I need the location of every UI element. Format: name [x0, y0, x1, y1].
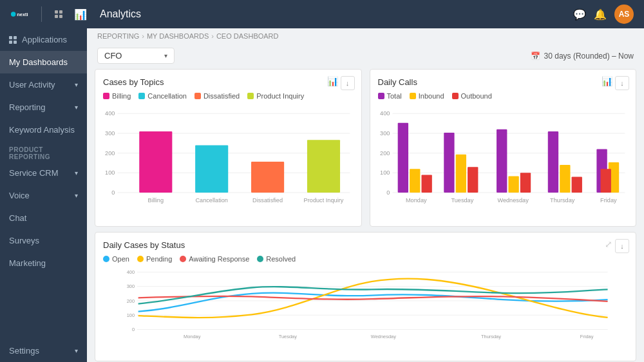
- breadcrumb-reporting[interactable]: REPORTING: [97, 32, 139, 40]
- svg-text:Friday: Friday: [580, 334, 594, 339]
- legend-awaiting: Awaiting Response: [180, 255, 249, 263]
- sidebar-item-label: My Dashboards: [9, 57, 68, 67]
- svg-text:Thursday: Thursday: [481, 334, 501, 339]
- svg-text:Billing: Billing: [148, 197, 164, 204]
- svg-rect-34: [455, 155, 466, 193]
- message-icon[interactable]: 💬: [573, 8, 586, 21]
- breadcrumb-my-dashboards[interactable]: MY DASHBOARDS: [147, 32, 209, 40]
- expand-icon: ⤢: [605, 239, 612, 249]
- svg-rect-31: [410, 169, 420, 193]
- download-button[interactable]: ↓: [341, 76, 355, 90]
- svg-text:400: 400: [105, 110, 115, 117]
- svg-text:300: 300: [127, 283, 135, 289]
- daily-cases-card: Daily Cases by Status ⤢ ↓ Open Pending: [95, 232, 636, 361]
- download-button[interactable]: ↓: [615, 76, 629, 90]
- svg-text:Cancellation: Cancellation: [195, 197, 228, 204]
- legend-outbound: Outbound: [452, 92, 492, 100]
- sidebar-apps[interactable]: Applications: [0, 28, 87, 51]
- svg-rect-13: [195, 145, 228, 193]
- svg-text:200: 200: [127, 298, 135, 304]
- svg-text:0: 0: [386, 189, 390, 196]
- logo[interactable]: nextiva: [10, 8, 28, 20]
- sidebar-item-label: Keyword Analysis: [9, 125, 75, 135]
- svg-rect-40: [560, 165, 570, 193]
- legend-label: Total: [387, 92, 402, 100]
- chart-legend: Billing Cancellation Dissatisfied P: [103, 92, 354, 100]
- legend-label: Outbound: [461, 92, 492, 100]
- legend-pending: Pending: [137, 255, 172, 263]
- main-content: REPORTING › MY DASHBOARDS › CEO DASHBOAR…: [87, 28, 644, 362]
- sidebar-item-marketing[interactable]: Marketing: [0, 252, 87, 274]
- svg-rect-33: [444, 133, 454, 193]
- svg-text:Wednesday: Wednesday: [371, 334, 396, 339]
- apps-grid[interactable]: [55, 10, 62, 18]
- legend-label: Product Inquiry: [256, 92, 304, 100]
- sidebar-item-reporting[interactable]: Reporting ▾: [0, 96, 87, 119]
- legend-product-inquiry: Product Inquiry: [247, 92, 304, 100]
- bar-chart-svg: 400 300 200 100 0: [103, 104, 354, 216]
- svg-text:0: 0: [132, 327, 135, 332]
- sidebar-item-my-dashboards[interactable]: My Dashboards: [0, 51, 87, 73]
- page-title: Analytics: [100, 8, 141, 20]
- sidebar-item-service-crm[interactable]: Service CRM ▾: [0, 162, 87, 184]
- svg-rect-35: [468, 167, 478, 193]
- sidebar-item-voice[interactable]: Voice ▾: [0, 184, 87, 207]
- view-selector[interactable]: CFO ▾: [97, 48, 175, 64]
- selected-view: CFO: [104, 51, 159, 61]
- svg-text:Monday: Monday: [405, 197, 426, 204]
- line-chart-svg: 400 300 200 100 0: [103, 267, 628, 350]
- chevron-icon: ▾: [75, 81, 78, 88]
- legend-cancellation: Cancellation: [138, 92, 187, 100]
- legend-color: [103, 93, 109, 99]
- date-range: 📅 30 days (Rounded) – Now: [531, 52, 634, 61]
- legend-label: Awaiting Response: [189, 255, 249, 263]
- legend-total: Total: [378, 92, 402, 100]
- sidebar-item-settings[interactable]: Settings ▾: [0, 339, 87, 362]
- svg-text:200: 200: [105, 150, 115, 157]
- legend-color: [410, 93, 416, 99]
- download-button[interactable]: ↓: [615, 239, 629, 253]
- legend-dissatisfied: Dissatisfied: [194, 92, 240, 100]
- sidebar-item-label: Service CRM: [9, 168, 59, 178]
- sidebar-item-label: Surveys: [9, 236, 39, 245]
- chart-title: Daily Cases by Status: [103, 240, 628, 250]
- sidebar-item-user-activity[interactable]: User Activity ▾: [0, 73, 87, 96]
- sidebar-item-keyword-analysis[interactable]: Keyword Analysis: [0, 119, 87, 141]
- product-reporting-section: PRODUCT REPORTING: [0, 141, 87, 162]
- svg-text:100: 100: [380, 169, 390, 176]
- sidebar-item-label: Marketing: [9, 258, 46, 268]
- svg-text:400: 400: [380, 110, 390, 117]
- legend-color: [257, 256, 263, 262]
- sidebar-item-label: Reporting: [9, 102, 45, 112]
- notification-icon[interactable]: 🔔: [594, 8, 607, 21]
- legend-billing: Billing: [103, 92, 131, 100]
- svg-rect-12: [139, 131, 172, 193]
- svg-text:100: 100: [105, 169, 115, 176]
- svg-text:100: 100: [127, 312, 135, 318]
- chevron-icon: ▾: [75, 169, 78, 176]
- sidebar-item-surveys[interactable]: Surveys: [0, 229, 87, 252]
- avatar[interactable]: AS: [614, 5, 634, 24]
- svg-point-0: [11, 12, 15, 16]
- applications-label: Applications: [22, 35, 67, 44]
- calendar-icon: 📅: [531, 52, 540, 61]
- svg-rect-32: [421, 175, 431, 193]
- svg-rect-38: [520, 173, 530, 193]
- legend-color: [247, 93, 254, 99]
- chart-title: Daily Calls: [378, 77, 629, 87]
- legend-color: [180, 256, 186, 262]
- top-charts-row: Cases by Topics 📊 ↓ Billing Cancellation: [87, 69, 644, 227]
- daily-calls-card: Daily Calls 📊 ↓ Total Inbound: [370, 69, 637, 227]
- topbar-right: 💬 🔔 AS: [573, 5, 634, 24]
- daily-calls-svg: 400 300 200 100 0: [378, 104, 629, 216]
- svg-text:Monday: Monday: [184, 334, 201, 339]
- svg-rect-39: [547, 131, 558, 193]
- breadcrumb-ceo-dashboard: CEO DASHBOARD: [216, 32, 279, 40]
- svg-text:Tuesday: Tuesday: [451, 197, 473, 204]
- sidebar-item-chat[interactable]: Chat: [0, 207, 87, 229]
- legend-open: Open: [103, 255, 129, 263]
- legend-label: Dissatisfied: [204, 92, 240, 100]
- chevron-icon: ▾: [75, 192, 78, 199]
- svg-rect-45: [600, 169, 611, 193]
- dashboard-header: CFO ▾ 📅 30 days (Rounded) – Now: [87, 44, 644, 69]
